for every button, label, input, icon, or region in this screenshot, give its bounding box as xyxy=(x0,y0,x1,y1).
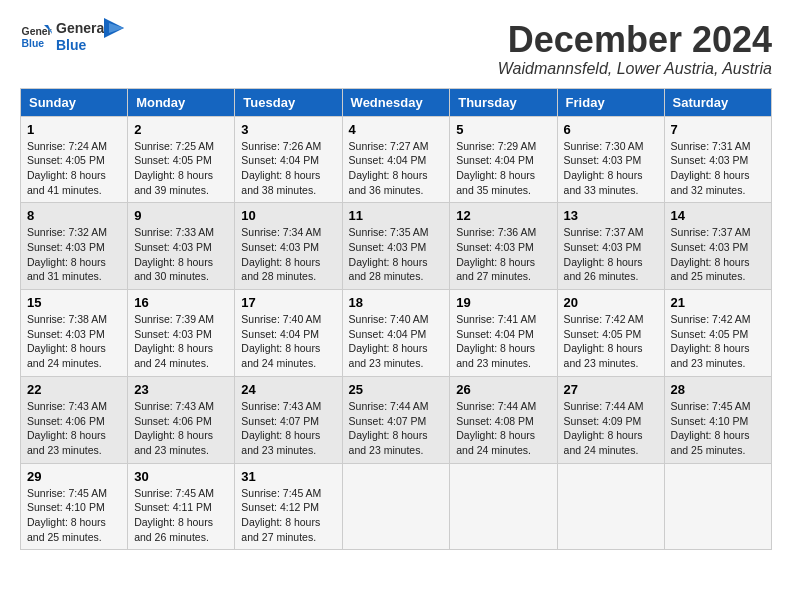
calendar-cell: 5 Sunrise: 7:29 AM Sunset: 4:04 PM Dayli… xyxy=(450,116,557,203)
column-header-monday: Monday xyxy=(128,88,235,116)
day-info: Sunrise: 7:25 AM Sunset: 4:05 PM Dayligh… xyxy=(134,139,228,198)
calendar-week-row: 22 Sunrise: 7:43 AM Sunset: 4:06 PM Dayl… xyxy=(21,376,772,463)
calendar-cell: 17 Sunrise: 7:40 AM Sunset: 4:04 PM Dayl… xyxy=(235,290,342,377)
day-info: Sunrise: 7:43 AM Sunset: 4:06 PM Dayligh… xyxy=(27,399,121,458)
column-header-wednesday: Wednesday xyxy=(342,88,450,116)
day-info: Sunrise: 7:36 AM Sunset: 4:03 PM Dayligh… xyxy=(456,225,550,284)
day-info: Sunrise: 7:42 AM Sunset: 4:05 PM Dayligh… xyxy=(564,312,658,371)
day-info: Sunrise: 7:45 AM Sunset: 4:12 PM Dayligh… xyxy=(241,486,335,545)
logo-general: General xyxy=(56,20,108,37)
calendar-header-row: SundayMondayTuesdayWednesdayThursdayFrid… xyxy=(21,88,772,116)
day-info: Sunrise: 7:31 AM Sunset: 4:03 PM Dayligh… xyxy=(671,139,765,198)
calendar-cell: 18 Sunrise: 7:40 AM Sunset: 4:04 PM Dayl… xyxy=(342,290,450,377)
day-number: 4 xyxy=(349,122,444,137)
day-info: Sunrise: 7:44 AM Sunset: 4:07 PM Dayligh… xyxy=(349,399,444,458)
calendar-cell xyxy=(664,463,771,550)
calendar-cell: 16 Sunrise: 7:39 AM Sunset: 4:03 PM Dayl… xyxy=(128,290,235,377)
day-info: Sunrise: 7:45 AM Sunset: 4:11 PM Dayligh… xyxy=(134,486,228,545)
calendar-cell: 1 Sunrise: 7:24 AM Sunset: 4:05 PM Dayli… xyxy=(21,116,128,203)
svg-text:Blue: Blue xyxy=(22,37,45,48)
day-info: Sunrise: 7:32 AM Sunset: 4:03 PM Dayligh… xyxy=(27,225,121,284)
day-info: Sunrise: 7:38 AM Sunset: 4:03 PM Dayligh… xyxy=(27,312,121,371)
day-info: Sunrise: 7:24 AM Sunset: 4:05 PM Dayligh… xyxy=(27,139,121,198)
day-number: 5 xyxy=(456,122,550,137)
calendar-cell xyxy=(342,463,450,550)
day-number: 26 xyxy=(456,382,550,397)
column-header-thursday: Thursday xyxy=(450,88,557,116)
calendar-cell: 20 Sunrise: 7:42 AM Sunset: 4:05 PM Dayl… xyxy=(557,290,664,377)
calendar-cell: 27 Sunrise: 7:44 AM Sunset: 4:09 PM Dayl… xyxy=(557,376,664,463)
day-number: 7 xyxy=(671,122,765,137)
calendar-cell: 23 Sunrise: 7:43 AM Sunset: 4:06 PM Dayl… xyxy=(128,376,235,463)
day-number: 9 xyxy=(134,208,228,223)
column-header-sunday: Sunday xyxy=(21,88,128,116)
day-number: 15 xyxy=(27,295,121,310)
calendar-cell: 29 Sunrise: 7:45 AM Sunset: 4:10 PM Dayl… xyxy=(21,463,128,550)
day-info: Sunrise: 7:40 AM Sunset: 4:04 PM Dayligh… xyxy=(349,312,444,371)
calendar-cell: 26 Sunrise: 7:44 AM Sunset: 4:08 PM Dayl… xyxy=(450,376,557,463)
day-number: 14 xyxy=(671,208,765,223)
calendar-cell: 15 Sunrise: 7:38 AM Sunset: 4:03 PM Dayl… xyxy=(21,290,128,377)
calendar-cell: 11 Sunrise: 7:35 AM Sunset: 4:03 PM Dayl… xyxy=(342,203,450,290)
day-number: 30 xyxy=(134,469,228,484)
logo: General Blue General Blue xyxy=(20,20,124,54)
calendar-cell: 6 Sunrise: 7:30 AM Sunset: 4:03 PM Dayli… xyxy=(557,116,664,203)
day-info: Sunrise: 7:34 AM Sunset: 4:03 PM Dayligh… xyxy=(241,225,335,284)
day-number: 16 xyxy=(134,295,228,310)
day-number: 10 xyxy=(241,208,335,223)
day-number: 2 xyxy=(134,122,228,137)
day-number: 20 xyxy=(564,295,658,310)
calendar-cell: 7 Sunrise: 7:31 AM Sunset: 4:03 PM Dayli… xyxy=(664,116,771,203)
calendar-cell: 21 Sunrise: 7:42 AM Sunset: 4:05 PM Dayl… xyxy=(664,290,771,377)
calendar-cell: 24 Sunrise: 7:43 AM Sunset: 4:07 PM Dayl… xyxy=(235,376,342,463)
day-info: Sunrise: 7:33 AM Sunset: 4:03 PM Dayligh… xyxy=(134,225,228,284)
day-number: 27 xyxy=(564,382,658,397)
calendar-cell: 30 Sunrise: 7:45 AM Sunset: 4:11 PM Dayl… xyxy=(128,463,235,550)
day-info: Sunrise: 7:42 AM Sunset: 4:05 PM Dayligh… xyxy=(671,312,765,371)
calendar-cell: 10 Sunrise: 7:34 AM Sunset: 4:03 PM Dayl… xyxy=(235,203,342,290)
day-info: Sunrise: 7:45 AM Sunset: 4:10 PM Dayligh… xyxy=(671,399,765,458)
calendar-cell: 19 Sunrise: 7:41 AM Sunset: 4:04 PM Dayl… xyxy=(450,290,557,377)
month-title: December 2024 xyxy=(498,20,772,60)
day-number: 6 xyxy=(564,122,658,137)
day-info: Sunrise: 7:27 AM Sunset: 4:04 PM Dayligh… xyxy=(349,139,444,198)
day-info: Sunrise: 7:45 AM Sunset: 4:10 PM Dayligh… xyxy=(27,486,121,545)
calendar-cell: 12 Sunrise: 7:36 AM Sunset: 4:03 PM Dayl… xyxy=(450,203,557,290)
day-info: Sunrise: 7:35 AM Sunset: 4:03 PM Dayligh… xyxy=(349,225,444,284)
day-number: 3 xyxy=(241,122,335,137)
calendar-cell: 22 Sunrise: 7:43 AM Sunset: 4:06 PM Dayl… xyxy=(21,376,128,463)
calendar-cell: 31 Sunrise: 7:45 AM Sunset: 4:12 PM Dayl… xyxy=(235,463,342,550)
calendar-cell xyxy=(557,463,664,550)
day-info: Sunrise: 7:30 AM Sunset: 4:03 PM Dayligh… xyxy=(564,139,658,198)
day-info: Sunrise: 7:26 AM Sunset: 4:04 PM Dayligh… xyxy=(241,139,335,198)
title-block: December 2024 Waidmannsfeld, Lower Austr… xyxy=(498,20,772,78)
day-number: 22 xyxy=(27,382,121,397)
logo-blue: Blue xyxy=(56,37,108,54)
day-number: 29 xyxy=(27,469,121,484)
day-number: 18 xyxy=(349,295,444,310)
calendar-cell xyxy=(450,463,557,550)
day-number: 17 xyxy=(241,295,335,310)
column-header-saturday: Saturday xyxy=(664,88,771,116)
day-info: Sunrise: 7:44 AM Sunset: 4:08 PM Dayligh… xyxy=(456,399,550,458)
calendar-week-row: 8 Sunrise: 7:32 AM Sunset: 4:03 PM Dayli… xyxy=(21,203,772,290)
day-info: Sunrise: 7:29 AM Sunset: 4:04 PM Dayligh… xyxy=(456,139,550,198)
day-number: 1 xyxy=(27,122,121,137)
day-number: 8 xyxy=(27,208,121,223)
day-info: Sunrise: 7:43 AM Sunset: 4:07 PM Dayligh… xyxy=(241,399,335,458)
calendar-cell: 28 Sunrise: 7:45 AM Sunset: 4:10 PM Dayl… xyxy=(664,376,771,463)
day-info: Sunrise: 7:37 AM Sunset: 4:03 PM Dayligh… xyxy=(671,225,765,284)
logo-flag-icon xyxy=(104,18,124,48)
column-header-tuesday: Tuesday xyxy=(235,88,342,116)
day-number: 12 xyxy=(456,208,550,223)
calendar-cell: 8 Sunrise: 7:32 AM Sunset: 4:03 PM Dayli… xyxy=(21,203,128,290)
calendar-cell: 2 Sunrise: 7:25 AM Sunset: 4:05 PM Dayli… xyxy=(128,116,235,203)
calendar-cell: 25 Sunrise: 7:44 AM Sunset: 4:07 PM Dayl… xyxy=(342,376,450,463)
day-number: 25 xyxy=(349,382,444,397)
day-number: 28 xyxy=(671,382,765,397)
calendar-cell: 9 Sunrise: 7:33 AM Sunset: 4:03 PM Dayli… xyxy=(128,203,235,290)
calendar-cell: 13 Sunrise: 7:37 AM Sunset: 4:03 PM Dayl… xyxy=(557,203,664,290)
day-info: Sunrise: 7:44 AM Sunset: 4:09 PM Dayligh… xyxy=(564,399,658,458)
day-info: Sunrise: 7:40 AM Sunset: 4:04 PM Dayligh… xyxy=(241,312,335,371)
day-info: Sunrise: 7:41 AM Sunset: 4:04 PM Dayligh… xyxy=(456,312,550,371)
